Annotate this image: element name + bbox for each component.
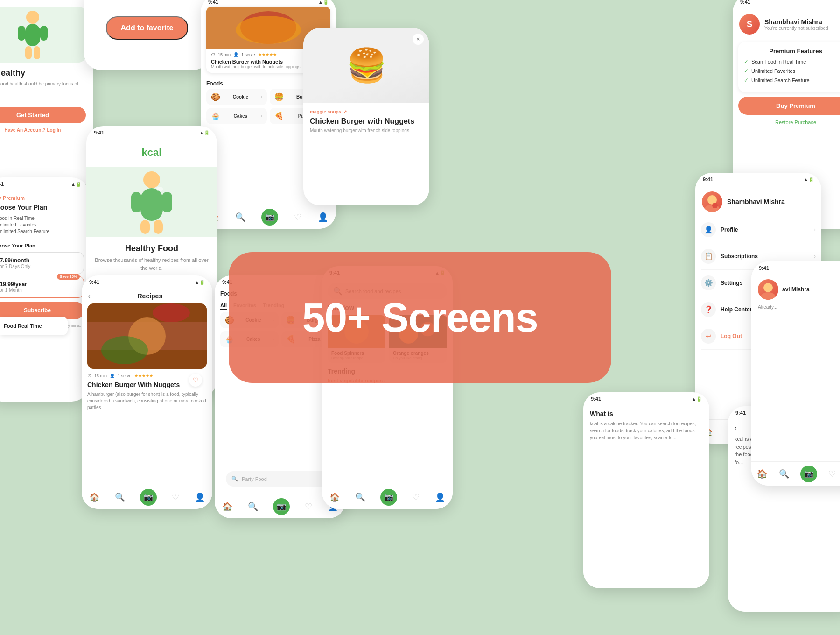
- search-icon-mc3-nav[interactable]: 🔍: [355, 492, 365, 502]
- burger-detail-bg: 🍔 ×: [303, 28, 429, 103]
- search-nav-icon[interactable]: 🔍: [235, 212, 245, 222]
- plan-feature-2-label: Unlimited Favorites: [0, 222, 36, 227]
- heart-nav-icon[interactable]: ♡: [294, 212, 301, 222]
- svg-point-28: [712, 203, 718, 208]
- serve-icon-mc2: 👤: [110, 374, 115, 378]
- heart-icon-mc2[interactable]: ♡: [172, 492, 179, 502]
- check-icon-3: ✓: [744, 77, 749, 84]
- time-ml: 9:41: [0, 181, 4, 187]
- time-mr: 9:41: [703, 176, 713, 182]
- buy-premium-label: Buy Premium: [0, 195, 83, 201]
- get-started-button[interactable]: Get Started: [0, 107, 86, 123]
- plan-yearly[interactable]: $19.99/year For 1 Month Save 25%: [0, 276, 84, 298]
- arrow-icon: ›: [261, 94, 262, 99]
- time-tc2: 9:41: [208, 0, 218, 5]
- party-food-search[interactable]: 🔍 Party Food: [226, 471, 334, 487]
- user-name: Shambhavi Mishra: [764, 18, 828, 26]
- heart-icon-mc3[interactable]: ♡: [412, 492, 420, 502]
- camera-icon-br2[interactable]: 📷: [800, 466, 817, 482]
- svg-rect-11: [131, 192, 141, 212]
- onboarding-subtitle: Keeping good health should be primary fo…: [0, 81, 86, 94]
- feature-scan: ✓ Scan Food in Real Time: [744, 58, 840, 65]
- svg-rect-2: [18, 26, 25, 41]
- avatar-row: S Shambhavi Mishra You're currently not …: [739, 14, 828, 35]
- camera-icon-mc2[interactable]: 📷: [140, 489, 157, 506]
- food-serve: 1 serve: [241, 52, 255, 57]
- heart-icon-br2[interactable]: ♡: [828, 469, 836, 479]
- menu-item-settings-left: ⚙️ Settings: [701, 275, 742, 290]
- home-icon-br2[interactable]: 🏠: [757, 469, 767, 479]
- food-real-time-text: Food Real Time: [4, 323, 42, 329]
- phone-burger-detail: 🍔 × maggie soups ↗ Chicken Burger with N…: [303, 28, 429, 205]
- partial-content: avi Mishra Already...: [751, 273, 840, 316]
- food-stars: ★★★★★: [258, 52, 277, 57]
- cakes-label: Cakes: [234, 113, 247, 119]
- svg-rect-4: [25, 46, 32, 59]
- svg-rect-5: [34, 46, 40, 59]
- time-br: 9:41: [735, 410, 746, 416]
- home-icon-mc3[interactable]: 🏠: [329, 492, 340, 502]
- camera-icon-foods2[interactable]: 📷: [273, 498, 290, 515]
- check-icon-2: ✓: [744, 68, 749, 74]
- category-cookie[interactable]: 🍪 Cookie ›: [206, 89, 267, 105]
- feature-scan-label: Scan Food in Real Time: [751, 59, 806, 64]
- back-arrow-br[interactable]: ‹: [735, 424, 737, 431]
- pizza-icon: 🍕: [274, 112, 284, 120]
- profile-icon-mc2[interactable]: 👤: [195, 492, 205, 502]
- kcal-info-block: What is kcal is a calorie tracker. You c…: [583, 403, 709, 448]
- search-icon-br2[interactable]: 🔍: [779, 469, 789, 479]
- overlay-banner: 50+ Screens: [229, 252, 611, 383]
- back-arrow-mc2[interactable]: ‹: [88, 292, 91, 300]
- heart-button[interactable]: ♡: [189, 374, 202, 387]
- recipe-stars: ★★★★★: [134, 374, 153, 378]
- menu-item-profile[interactable]: 👤 Profile ›: [701, 217, 816, 243]
- partial-already-text: Already...: [758, 304, 840, 310]
- user-info: Shambhavi Mishra You're currently not su…: [764, 18, 828, 31]
- heart-icon-foods2[interactable]: ♡: [305, 501, 312, 512]
- status-bar-mc2: 9:41 ▲🔋: [82, 275, 212, 287]
- status-icons-tc2: ▲🔋: [318, 0, 329, 5]
- burger-detail-content: maggie soups ↗ Chicken Burger with Nugge…: [303, 103, 429, 141]
- svg-rect-14: [154, 220, 163, 234]
- svg-rect-1: [25, 24, 40, 46]
- burger-desc: Mouth watering burger with french side t…: [310, 127, 423, 134]
- camera-nav-icon[interactable]: 📷: [261, 209, 278, 226]
- recipes-title: Recipes: [94, 292, 206, 300]
- home-icon-foods2[interactable]: 🏠: [222, 501, 232, 512]
- time-icon-mc2: ⏱: [87, 374, 91, 378]
- premium-box-title: Premium Features: [744, 48, 840, 55]
- plan-yearly-price: $19.99/year: [0, 281, 78, 288]
- status-icons-mc1: ▲🔋: [199, 130, 210, 135]
- search-icon-foods2-nav[interactable]: 🔍: [248, 501, 258, 512]
- search-icon-mc2[interactable]: 🔍: [115, 492, 125, 502]
- status-icons-ml: ▲🔋: [71, 182, 81, 187]
- buy-premium-button[interactable]: Buy Premium: [738, 97, 840, 115]
- profile-nav-icon[interactable]: 👤: [318, 212, 328, 222]
- help-menu-label: Help Center: [721, 306, 752, 313]
- feature-favorites: ✓ Unlimited Favorites: [744, 68, 840, 74]
- svg-point-19: [101, 336, 148, 364]
- user-status: You're currently not subscribed: [764, 26, 828, 31]
- bottom-nav-br2: 🏠 🔍 📷 ♡ 👤: [751, 461, 840, 486]
- camera-icon-mc3[interactable]: 📷: [380, 489, 397, 506]
- category-cakes[interactable]: 🧁 Cakes ›: [206, 108, 267, 124]
- login-link[interactable]: Log In: [47, 127, 61, 133]
- time-icon: ⏱: [211, 52, 215, 57]
- restore-purchase-link[interactable]: Restore Purchase: [733, 118, 840, 127]
- recipe-image: [87, 303, 207, 369]
- burger-icon: 🍔: [274, 92, 284, 101]
- add-to-favorite-button[interactable]: Add to favorite: [106, 16, 189, 40]
- tab-all[interactable]: All: [220, 303, 227, 310]
- svg-point-0: [26, 11, 39, 24]
- close-button[interactable]: ×: [413, 34, 424, 45]
- burger-title: Chicken Burger with Nuggets: [310, 117, 423, 126]
- plan-monthly[interactable]: $7.99/month For 7 Days Only: [0, 252, 84, 274]
- svg-rect-10: [140, 188, 163, 221]
- home-icon-mc2[interactable]: 🏠: [89, 492, 99, 502]
- feature-favorites-label: Unlimited Favorites: [751, 68, 795, 74]
- svg-point-20: [153, 303, 190, 322]
- settings-menu-label: Settings: [721, 280, 742, 286]
- cookie-label: Cookie: [233, 94, 248, 99]
- profile-icon-mc3[interactable]: 👤: [435, 492, 445, 502]
- time-mc1: 9:41: [94, 130, 104, 135]
